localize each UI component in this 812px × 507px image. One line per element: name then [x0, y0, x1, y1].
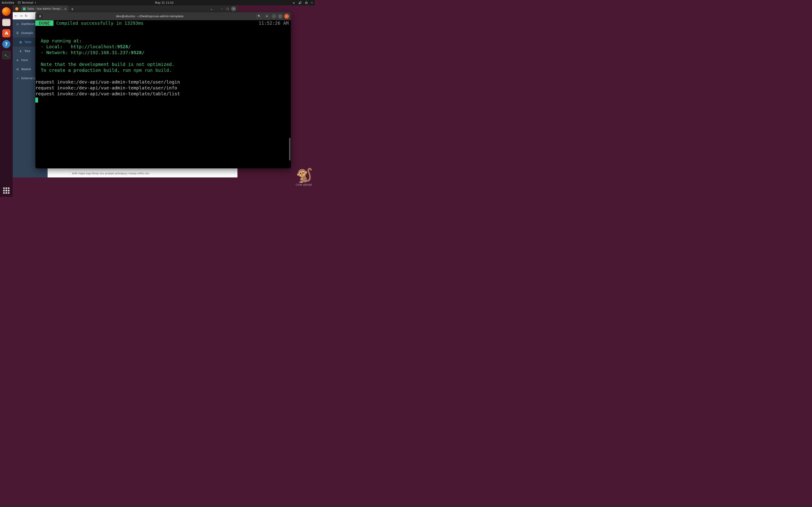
pinned-tab-firefox[interactable] — [13, 5, 21, 12]
sidebar-item-label: Example — [21, 32, 33, 35]
gnome-dock: ? >_ — [0, 5, 13, 197]
new-terminal-tab-button[interactable]: ⊞ — [37, 13, 44, 19]
terminal-search-button[interactable]: 🔍 — [256, 13, 262, 19]
table-icon: ▦ — [19, 41, 22, 44]
sidebar-item-label: Table — [24, 41, 32, 44]
terminal-menu-button[interactable]: ≡ — [264, 13, 270, 19]
sidebar-item-label: Form — [21, 59, 28, 62]
minimize-button[interactable]: – — [219, 6, 224, 11]
browser-tabstrip: Table - Vue Admin Templ... × + ⌄ – ▢ × — [13, 5, 238, 12]
terminal-title: dev@ubuntu: ~/Desktop/vue-admin-template — [44, 14, 256, 18]
gnome-terminal-window: ⊞ dev@ubuntu: ~/Desktop/vue-admin-templa… — [35, 12, 291, 168]
terminal-output[interactable]: DONE Compiled successfully in 13293ms11:… — [35, 20, 291, 168]
mascot-overlay: 🐒 — [296, 167, 313, 183]
forward-button[interactable]: → — [20, 14, 23, 18]
volume-icon[interactable]: 🔊 — [298, 1, 302, 4]
sidebar-item-label: Nested — [21, 68, 31, 71]
terminal-maximize-button[interactable]: ▢ — [278, 14, 283, 19]
active-tab[interactable]: Table - Vue Admin Templ... × — [21, 5, 68, 12]
maximize-button[interactable]: ▢ — [225, 6, 230, 11]
close-tab-icon[interactable]: × — [64, 7, 67, 11]
external link-icon: ↗ — [16, 77, 19, 80]
firefox-favicon — [15, 7, 18, 10]
example-icon: ☰ — [16, 32, 19, 35]
tab-title: Table - Vue Admin Templ... — [27, 7, 63, 10]
terminal-icon: >_ — [2, 51, 10, 59]
gnome-topbar: Activities Terminal ▾ May 31 11:52 ⏶ 🔊 ⏻… — [0, 0, 315, 5]
dock-files[interactable] — [2, 18, 11, 27]
close-window-button[interactable]: × — [231, 6, 236, 11]
table-row: Iktfk hqlpo kqyj flmqc enc prsbjwl qxfxd… — [69, 170, 234, 177]
terminal-close-button[interactable]: × — [284, 14, 289, 19]
terminal-icon — [18, 2, 20, 4]
nested-icon: ⧉ — [16, 68, 19, 71]
software-icon — [2, 29, 10, 37]
activities-button[interactable]: Activities — [2, 1, 14, 4]
power-icon[interactable]: ⏻ — [305, 1, 308, 4]
terminal-minimize-button[interactable]: – — [271, 14, 276, 19]
compile-timestamp: 11:52:26 AM — [259, 20, 291, 26]
dock-firefox[interactable] — [2, 7, 11, 16]
tree-icon: ⋔ — [19, 50, 22, 53]
chevron-down-icon[interactable]: ▾ — [311, 2, 312, 4]
sidebar-item-label: Dashboard — [21, 22, 36, 25]
dock-terminal[interactable]: >_ — [2, 50, 11, 60]
reload-button[interactable]: ↻ — [25, 14, 28, 18]
clock[interactable]: May 31 11:52 — [36, 1, 293, 4]
terminal-scrollbar[interactable] — [289, 138, 291, 161]
firefox-icon — [2, 7, 11, 16]
tabs-dropdown-icon[interactable]: ⌄ — [209, 6, 214, 11]
dock-help[interactable]: ? — [2, 39, 11, 49]
back-button[interactable]: ← — [14, 14, 17, 18]
show-applications[interactable] — [3, 187, 9, 194]
app-menu-terminal[interactable]: Terminal ▾ — [18, 1, 36, 4]
sidebar-item-label: Tree — [24, 50, 30, 53]
files-icon — [2, 19, 10, 26]
network-icon[interactable]: ⏶ — [293, 1, 295, 4]
dashboard-icon: ⌂ — [16, 22, 19, 25]
form-icon: ≡ — [16, 59, 19, 62]
terminal-cursor — [35, 98, 38, 103]
help-icon: ? — [2, 40, 10, 48]
terminal-titlebar: ⊞ dev@ubuntu: ~/Desktop/vue-admin-templa… — [35, 12, 291, 20]
new-tab-button[interactable]: + — [68, 7, 77, 11]
dock-software[interactable] — [2, 29, 11, 38]
vue-favicon — [23, 7, 26, 10]
watermark-text: CSDN @秩鸿群 — [296, 183, 312, 186]
done-badge: DONE — [35, 20, 53, 26]
